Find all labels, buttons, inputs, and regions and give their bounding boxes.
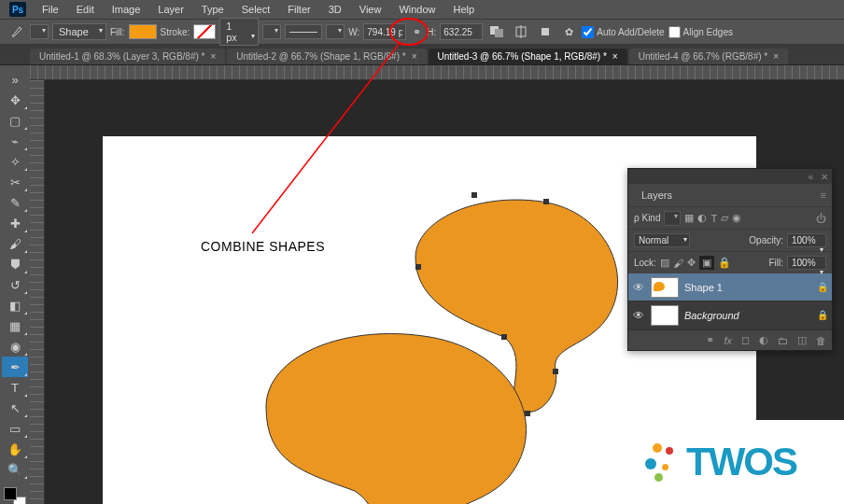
stroke-style-stepper[interactable] — [326, 24, 345, 39]
anchor-point[interactable] — [471, 192, 477, 198]
stroke-width-stepper[interactable] — [262, 24, 281, 39]
rectangle-tool[interactable]: ▭ — [2, 418, 28, 439]
stroke-width-dropdown[interactable]: 1 px — [219, 18, 259, 46]
auto-add-delete-checkbox[interactable] — [582, 26, 594, 38]
foreground-color[interactable] — [4, 487, 17, 500]
anchor-point[interactable] — [501, 334, 507, 340]
delete-layer-icon[interactable]: 🗑 — [816, 335, 826, 346]
path-alignment-button[interactable] — [511, 22, 531, 41]
close-panel-icon[interactable]: ✕ — [821, 172, 828, 182]
menu-help[interactable]: Help — [446, 2, 483, 17]
menu-view[interactable]: View — [352, 2, 389, 17]
lock-pixels-icon[interactable]: 🖌 — [673, 258, 683, 269]
layer-thumbnail[interactable] — [651, 305, 679, 326]
marquee-tool[interactable]: ▢ — [2, 110, 28, 131]
width-input[interactable] — [363, 23, 406, 40]
filter-kind-dropdown[interactable] — [664, 211, 681, 226]
new-layer-icon[interactable]: ◫ — [797, 334, 807, 346]
menu-layer[interactable]: Layer — [150, 2, 191, 17]
eyedropper-tool[interactable]: ✎ — [2, 192, 28, 213]
lock-position-icon[interactable]: ✥ — [687, 257, 696, 269]
layer-thumbnail[interactable] — [651, 277, 679, 298]
document-tab[interactable]: Untitled-3 @ 66.7% (Shape 1, RGB/8#) * × — [429, 49, 627, 64]
menu-filter[interactable]: Filter — [280, 2, 317, 17]
layer-row[interactable]: 👁 Shape 1 🔒 — [628, 273, 832, 301]
path-operations-button[interactable] — [486, 22, 507, 41]
path-arrangement-button[interactable] — [535, 22, 556, 41]
link-dimensions-icon[interactable]: ⚭ — [410, 26, 423, 38]
filter-adjustment-icon[interactable]: ◐ — [697, 212, 707, 224]
layer-mask-icon[interactable]: ◻ — [741, 334, 750, 346]
layers-tab[interactable]: Layers — [634, 186, 680, 204]
blend-mode-dropdown[interactable]: Normal — [634, 233, 690, 247]
magic-wand-tool[interactable]: ✧ — [2, 151, 28, 172]
lock-all-icon[interactable]: 🔒 — [718, 257, 731, 269]
close-icon[interactable]: × — [412, 51, 417, 62]
link-layers-icon[interactable]: ⚭ — [706, 334, 714, 346]
move-tool[interactable]: ✥ — [2, 90, 28, 110]
brush-tool[interactable]: 🖌 — [2, 233, 28, 254]
group-icon[interactable]: 🗀 — [778, 335, 788, 346]
settings-gear-icon[interactable]: ✿ — [559, 22, 578, 41]
lock-transparency-icon[interactable]: ▨ — [660, 257, 669, 269]
blur-tool[interactable]: ◉ — [2, 336, 28, 357]
healing-brush-tool[interactable]: ✚ — [2, 213, 28, 233]
height-input[interactable] — [440, 23, 483, 40]
document-tab[interactable]: Untitled-2 @ 66.7% (Shape 1, RGB/8#) * × — [227, 49, 426, 64]
menu-image[interactable]: Image — [105, 2, 148, 17]
align-edges-checkbox[interactable] — [668, 26, 681, 38]
document-tab[interactable]: Untitled-4 @ 66.7% (RGB/8#) * × — [629, 49, 788, 64]
fill-opacity-dropdown[interactable]: 100% — [787, 256, 826, 270]
pen-tool[interactable]: ✒ — [2, 357, 28, 377]
filter-pixel-icon[interactable]: ▦ — [684, 212, 694, 224]
ruler-horizontal[interactable] — [30, 65, 844, 80]
document-tab[interactable]: Untitled-1 @ 68.3% (Layer 3, RGB/8#) * × — [30, 49, 225, 64]
panel-menu-icon[interactable]: ≡ — [821, 189, 826, 201]
layer-row[interactable]: 👁 Background 🔒 — [628, 301, 832, 329]
type-tool[interactable]: T — [2, 377, 28, 398]
collapse-panel-icon[interactable]: « — [808, 172, 813, 182]
clone-stamp-tool[interactable]: ⛊ — [2, 254, 28, 274]
close-icon[interactable]: × — [612, 51, 618, 62]
menu-edit[interactable]: Edit — [69, 2, 102, 17]
lock-artboard-icon[interactable]: ▣ — [699, 256, 714, 270]
gradient-tool[interactable]: ▦ — [2, 315, 28, 336]
anchor-point[interactable] — [543, 199, 549, 204]
anchor-point[interactable] — [553, 369, 558, 374]
eraser-tool[interactable]: ◧ — [2, 295, 28, 315]
crop-tool[interactable]: ✂ — [2, 172, 28, 192]
menu-file[interactable]: File — [35, 2, 66, 17]
menu-window[interactable]: Window — [391, 2, 443, 17]
adjustment-layer-icon[interactable]: ◐ — [759, 334, 768, 346]
menu-select[interactable]: Select — [234, 2, 278, 17]
layer-name[interactable]: Background — [684, 310, 811, 321]
menu-3d[interactable]: 3D — [321, 2, 349, 17]
expand-tools-icon[interactable]: » — [2, 69, 28, 90]
fill-color-swatch[interactable] — [129, 24, 157, 39]
close-icon[interactable]: × — [773, 51, 779, 62]
filter-toggle-icon[interactable]: ⏻ — [816, 213, 826, 224]
anchor-point[interactable] — [525, 411, 530, 416]
shape-mode-dropdown[interactable]: Shape — [52, 23, 106, 40]
visibility-icon[interactable]: 👁 — [632, 309, 645, 322]
path-selection-tool[interactable]: ↖ — [2, 398, 28, 418]
close-icon[interactable]: × — [210, 51, 216, 62]
menu-type[interactable]: Type — [194, 2, 232, 17]
filter-type-icon[interactable]: T — [710, 213, 717, 224]
layer-style-icon[interactable]: fx — [724, 335, 732, 346]
anchor-point[interactable] — [415, 264, 421, 270]
filter-smart-icon[interactable]: ◉ — [732, 212, 741, 224]
ruler-vertical[interactable] — [30, 80, 45, 504]
filter-shape-icon[interactable]: ▱ — [721, 212, 728, 224]
lasso-tool[interactable]: ⌁ — [2, 131, 28, 151]
hand-tool[interactable]: ✋ — [2, 439, 28, 459]
layer-name[interactable]: Shape 1 — [684, 282, 811, 293]
zoom-tool[interactable]: 🔍 — [2, 459, 28, 480]
opacity-dropdown[interactable]: 100% — [787, 233, 826, 247]
stroke-color-swatch[interactable] — [193, 24, 216, 39]
history-brush-tool[interactable]: ↺ — [2, 274, 28, 295]
tool-preset-dropdown[interactable] — [30, 24, 49, 39]
stroke-style-dropdown[interactable] — [285, 24, 322, 39]
visibility-icon[interactable]: 👁 — [632, 281, 645, 294]
foreground-background-colors[interactable] — [2, 485, 28, 504]
